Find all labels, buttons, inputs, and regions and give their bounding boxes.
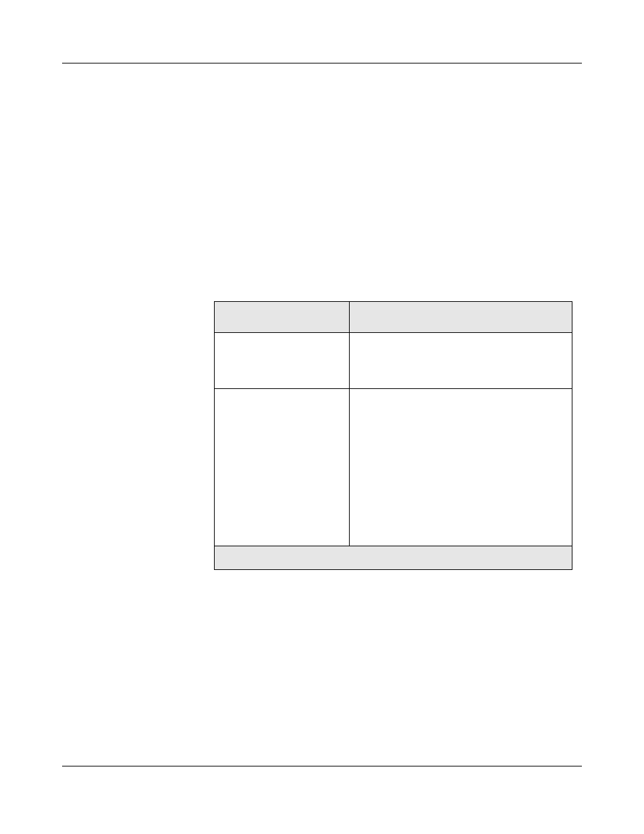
table-header-cell-1 [215, 302, 350, 333]
table-footer-row [215, 546, 572, 570]
table-cell [350, 389, 572, 546]
data-table [214, 301, 572, 570]
table-container [214, 301, 572, 570]
page-content [62, 0, 582, 834]
table-row [215, 389, 572, 546]
table-cell [215, 333, 350, 389]
table-cell [215, 389, 350, 546]
header-rule [62, 63, 582, 63]
footer-rule [62, 766, 582, 766]
table-header-row [215, 302, 572, 333]
table-row [215, 333, 572, 389]
table-cell [350, 333, 572, 389]
table-header-cell-2 [350, 302, 572, 333]
table-footer-cell [215, 546, 572, 570]
